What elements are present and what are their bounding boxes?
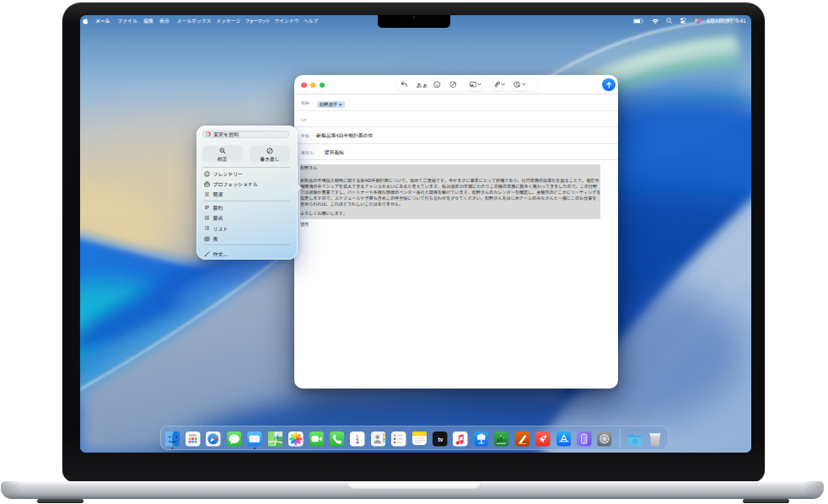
svg-text:tv: tv [438,437,444,442]
svg-text:1: 1 [356,438,360,446]
